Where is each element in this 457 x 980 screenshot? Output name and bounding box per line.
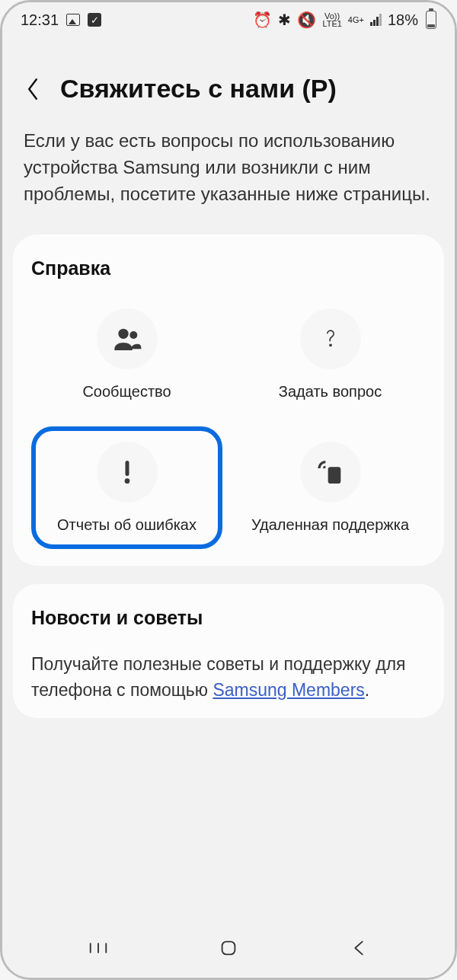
news-text-after: . (365, 680, 369, 700)
page-title: Свяжитесь с нами (P) (60, 74, 337, 104)
exclamation-icon (97, 442, 158, 503)
news-title: Новости и советы (31, 607, 426, 629)
svg-point-0 (118, 329, 128, 339)
image-icon (66, 14, 80, 26)
help-title: Справка (31, 257, 426, 279)
phone-frame: 12:31 ✓ ⏰ ✱ 🔇 Vo)) LTE1 4G+ 18% Свяжитес… (0, 0, 457, 980)
help-item-ask[interactable]: Задать вопрос (235, 302, 426, 407)
samsung-members-link[interactable]: Samsung Members (213, 680, 364, 700)
status-right: ⏰ ✱ 🔇 Vo)) LTE1 4G+ 18% (253, 11, 436, 29)
svg-rect-4 (328, 468, 340, 484)
signal-icon (370, 14, 382, 26)
remote-icon (300, 442, 361, 503)
back-button[interactable] (21, 77, 45, 101)
bluetooth-icon: ✱ (278, 11, 291, 29)
svg-rect-2 (125, 461, 129, 476)
nav-home[interactable] (206, 937, 251, 959)
nav-back[interactable] (336, 937, 382, 959)
help-grid: Сообщество Задать вопрос Отчеты об ошибк… (31, 302, 426, 540)
alarm-icon: ⏰ (253, 11, 272, 29)
battery-icon (426, 11, 436, 29)
help-item-label: Сообщество (82, 383, 171, 401)
chevron-left-icon (25, 77, 40, 101)
svg-rect-8 (222, 942, 235, 955)
question-icon (300, 308, 361, 369)
svg-point-1 (129, 331, 137, 339)
help-item-label: Отчеты об ошибках (57, 516, 197, 534)
help-item-remote-support[interactable]: Удаленная поддержка (235, 436, 426, 540)
status-bar: 12:31 ✓ ⏰ ✱ 🔇 Vo)) LTE1 4G+ 18% (2, 2, 455, 37)
battery-pct: 18% (388, 11, 418, 29)
help-item-label: Задать вопрос (279, 383, 382, 401)
intro-text: Если у вас есть вопросы по использованию… (2, 119, 455, 235)
help-item-community[interactable]: Сообщество (31, 302, 222, 407)
volte-indicator: Vo)) LTE1 (322, 12, 341, 27)
system-navbar (2, 926, 455, 978)
mute-icon: 🔇 (297, 11, 316, 29)
check-icon: ✓ (88, 13, 101, 27)
help-item-label: Удаленная поддержка (251, 516, 409, 534)
nav-recents[interactable] (75, 937, 121, 959)
clock: 12:31 (21, 11, 59, 29)
community-icon (97, 308, 158, 369)
help-item-error-reports[interactable]: Отчеты об ошибках (31, 426, 222, 549)
page-header: Свяжитесь с нами (P) (2, 37, 455, 119)
news-card: Новости и советы Получайте полезные сове… (13, 584, 444, 718)
network-type: 4G+ (348, 16, 364, 24)
help-card: Справка Сообщество Задать вопрос Отчеты … (13, 235, 444, 566)
status-left: 12:31 ✓ (21, 11, 101, 29)
svg-point-3 (124, 479, 129, 484)
news-text: Получайте полезные советы и поддержку дл… (31, 652, 426, 703)
